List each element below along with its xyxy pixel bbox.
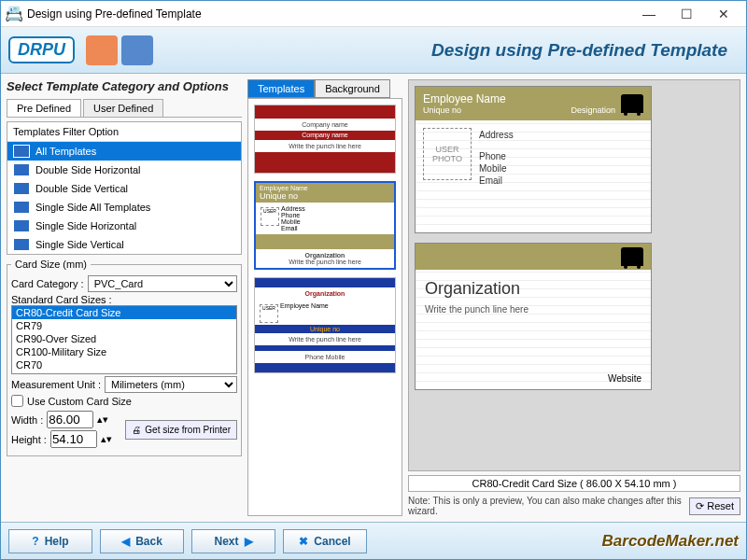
card-back-preview: Organization Write the punch line here W… xyxy=(415,243,652,390)
designation-field: Designation xyxy=(571,105,615,115)
card-category-label: Card Category : xyxy=(11,278,84,289)
template-thumb-3[interactable]: Organization USEREmployee Name Unique no… xyxy=(254,277,396,373)
organization-field: Organization xyxy=(425,279,641,299)
size-cr70[interactable]: CR70 xyxy=(12,358,236,371)
section-title: Select Template Category and Options xyxy=(7,79,242,93)
filter-heading: Templates Filter Option xyxy=(7,122,241,142)
height-label: Height : xyxy=(11,434,47,445)
filter-single-all[interactable]: Single Side All Templates xyxy=(7,198,241,217)
category-tabs: Pre Defined User Defined xyxy=(7,99,242,118)
idcard-icon xyxy=(86,35,118,65)
custom-size-checkbox[interactable] xyxy=(11,395,23,407)
titlebar: 📇 Design using Pre-defined Template — ☐ … xyxy=(1,1,746,27)
reset-button[interactable]: ⟳Reset xyxy=(689,497,740,515)
maximize-button[interactable]: ☐ xyxy=(668,3,705,25)
header-banner: DRPU Design using Pre-defined Template xyxy=(1,27,746,74)
preview-size-label: CR80-Credit Card Size ( 86.00 X 54.10 mm… xyxy=(408,475,740,492)
footer-bar: ?Help ◀Back Next▶ ✖Cancel BarcodeMaker.n… xyxy=(1,522,746,559)
photo-icon: USER xyxy=(261,207,279,226)
cancel-button[interactable]: ✖Cancel xyxy=(283,529,367,553)
preview-area: Employee Name Unique noDesignation USER … xyxy=(408,79,740,471)
emp-name-field: Employee Name xyxy=(423,92,615,105)
idcard-icon-2 xyxy=(121,35,153,65)
app-icon: 📇 xyxy=(5,5,23,22)
mid-tabs: Templates Background xyxy=(247,79,402,98)
filter-single-horizontal[interactable]: Single Side Horizontal xyxy=(7,217,241,235)
unique-no-field: Unique no xyxy=(423,105,571,115)
app-window: 📇 Design using Pre-defined Template — ☐ … xyxy=(0,0,747,560)
help-icon: ? xyxy=(32,535,38,548)
address-field: Address xyxy=(479,130,514,140)
filter-box: Templates Filter Option All Templates Do… xyxy=(7,121,242,255)
filter-single-vertical[interactable]: Single Side Vertical xyxy=(7,235,241,254)
close-icon: ✖ xyxy=(299,535,308,548)
mobile-field: Mobile xyxy=(479,163,514,174)
photo-icon: USER xyxy=(260,304,278,323)
unit-select[interactable]: Milimeters (mm) xyxy=(105,376,237,393)
template-icon xyxy=(13,201,30,214)
size-cr90[interactable]: CR90-Over Sized xyxy=(12,332,236,345)
window-title: Design using Pre-defined Template xyxy=(23,7,630,21)
footer-brand: BarcodeMaker.net xyxy=(602,532,739,551)
template-icon xyxy=(13,238,30,251)
card-front-preview: Employee Name Unique noDesignation USER … xyxy=(415,86,652,233)
tab-background[interactable]: Background xyxy=(315,79,390,98)
main-area: Select Template Category and Options Pre… xyxy=(1,74,746,522)
card-size-group: Card Size (mm) Card Category : PVC_Card … xyxy=(7,259,242,456)
template-icon xyxy=(13,163,30,176)
width-label: Width : xyxy=(11,414,43,426)
templates-panel: Templates Background Company name Compan… xyxy=(247,79,402,516)
get-size-printer-button[interactable]: 🖨Get size from Printer xyxy=(125,420,237,440)
punchline-field: Write the punch line here xyxy=(425,304,641,315)
website-field: Website xyxy=(608,373,641,384)
help-button[interactable]: ?Help xyxy=(8,529,92,553)
template-thumb-1[interactable]: Company name Company name Write the punc… xyxy=(254,105,396,174)
template-thumb-2[interactable]: Employee NameUnique no USERAddressPhoneM… xyxy=(254,181,396,270)
arrow-right-icon: ▶ xyxy=(245,535,253,548)
tab-templates[interactable]: Templates xyxy=(247,79,315,98)
bus-icon xyxy=(621,247,643,266)
minimize-button[interactable]: — xyxy=(630,3,668,25)
header-icons xyxy=(86,35,153,65)
templates-list[interactable]: Company name Company name Write the punc… xyxy=(247,98,402,516)
preview-note: Note: This is only a preview, You can al… xyxy=(408,496,684,516)
next-button[interactable]: Next▶ xyxy=(191,529,275,553)
left-panel: Select Template Category and Options Pre… xyxy=(7,79,242,516)
tab-userdefined[interactable]: User Defined xyxy=(83,99,163,117)
template-icon xyxy=(13,145,30,158)
bus-icon xyxy=(621,94,643,113)
card-category-select[interactable]: PVC_Card xyxy=(88,275,237,292)
filter-double-horizontal[interactable]: Double Side Horizontal xyxy=(7,161,241,179)
unit-label: Measurement Unit : xyxy=(11,379,101,390)
email-field: Email xyxy=(479,175,514,186)
filter-all-templates[interactable]: All Templates xyxy=(7,142,241,161)
header-title: Design using Pre-defined Template xyxy=(153,40,739,61)
close-button[interactable]: ✕ xyxy=(705,3,742,25)
height-input[interactable] xyxy=(50,430,97,448)
filter-double-vertical[interactable]: Double Side Vertical xyxy=(7,179,241,198)
preview-panel: Employee Name Unique noDesignation USER … xyxy=(408,79,740,516)
printer-icon: 🖨 xyxy=(132,425,141,435)
back-button[interactable]: ◀Back xyxy=(100,529,184,553)
brand-logo: DRPU xyxy=(8,36,75,63)
width-input[interactable] xyxy=(47,411,93,428)
template-icon xyxy=(13,182,30,195)
size-cr79[interactable]: CR79 xyxy=(12,319,236,332)
user-photo-placeholder: USER PHOTO xyxy=(423,128,472,180)
arrow-left-icon: ◀ xyxy=(121,535,130,548)
size-cr80[interactable]: CR80-Credit Card Size xyxy=(12,306,236,319)
refresh-icon: ⟳ xyxy=(696,500,704,512)
card-size-legend: Card Size (mm) xyxy=(11,259,91,270)
tab-predefined[interactable]: Pre Defined xyxy=(7,99,81,117)
std-sizes-label: Standard Card Sizes : xyxy=(11,294,237,305)
custom-size-label: Use Custom Card Size xyxy=(27,396,132,407)
standard-sizes-list[interactable]: CR80-Credit Card Size CR79 CR90-Over Siz… xyxy=(11,305,237,374)
phone-field: Phone xyxy=(479,151,514,161)
size-cr100[interactable]: CR100-Military Size xyxy=(12,345,236,358)
template-icon xyxy=(13,219,30,232)
